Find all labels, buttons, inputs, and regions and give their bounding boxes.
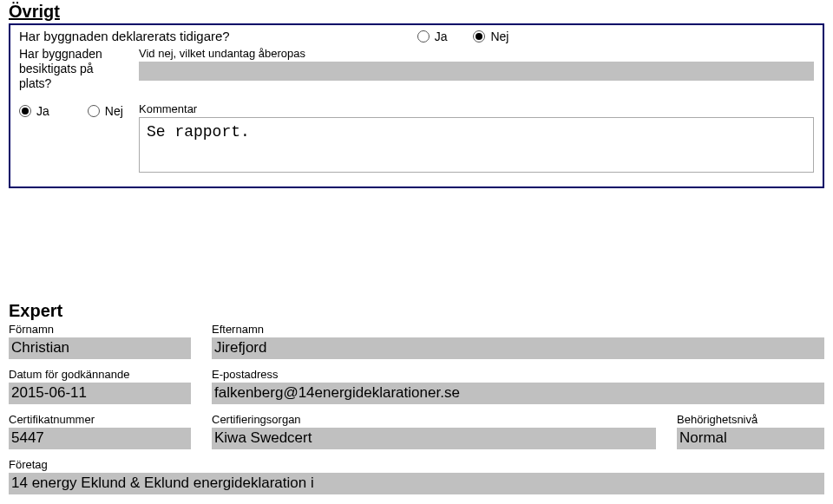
inspected-ja-option[interactable]: Ja <box>19 104 49 118</box>
exception-label: Vid nej, vilket undantag åberopas <box>139 47 814 60</box>
datum-label: Datum för godkännande <box>9 368 191 381</box>
foretag-value: 14 energy Eklund & Eklund energideklarat… <box>9 473 824 496</box>
datum-value: 2015-06-11 <box>9 383 191 404</box>
comment-row: Ja Nej Kommentar Se rapport. <box>19 102 814 173</box>
organ-label: Certifieringsorgan <box>212 413 656 426</box>
radio-icon <box>19 105 31 117</box>
radio-icon <box>417 30 430 43</box>
radio-icon <box>88 105 100 117</box>
fornamn-label: Förnamn <box>9 323 191 336</box>
section-title-expert: Expert <box>9 301 824 321</box>
epost-label: E-postadress <box>212 368 824 381</box>
inspected-row: Har byggnaden besiktigats på plats? Vid … <box>19 47 814 90</box>
efternamn-value: Jirefjord <box>212 337 824 359</box>
expert-row-name: Förnamn Christian Efternamn Jirefjord <box>9 323 824 359</box>
inspected-nej-option[interactable]: Nej <box>88 104 123 118</box>
comment-field[interactable]: Se rapport. <box>139 117 814 173</box>
foretag-label: Företag <box>9 458 824 471</box>
declared-ja-option[interactable]: Ja <box>417 29 448 43</box>
declared-row: Har byggnaden deklarerats tidigare? Ja N… <box>19 29 814 43</box>
comment-column: Kommentar Se rapport. <box>139 102 814 173</box>
radio-icon <box>473 30 485 43</box>
declared-nej-option[interactable]: Nej <box>473 29 508 43</box>
declared-ja-label: Ja <box>435 29 448 43</box>
epost-value: falkenberg@14energideklarationer.se <box>212 383 824 404</box>
inspected-radios: Ja Nej <box>19 102 123 118</box>
exception-field[interactable] <box>139 62 814 81</box>
ovrigt-panel: Har byggnaden deklarerats tidigare? Ja N… <box>9 23 824 188</box>
inspected-question: Har byggnaden besiktigats på plats? <box>19 47 123 90</box>
exception-column: Vid nej, vilket undantag åberopas <box>139 47 814 90</box>
fornamn-value: Christian <box>9 337 191 359</box>
declared-nej-label: Nej <box>490 29 508 43</box>
expert-row-foretag: Företag 14 energy Eklund & Eklund energi… <box>9 458 824 496</box>
expert-row-cert: Certifikatnummer 5447 Certifieringsorgan… <box>9 413 824 449</box>
comment-label: Kommentar <box>139 102 814 115</box>
section-title-ovrigt: Övrigt <box>9 2 824 22</box>
niva-value: Normal <box>677 428 824 449</box>
cert-value: 5447 <box>9 428 191 449</box>
efternamn-label: Efternamn <box>212 323 824 336</box>
inspected-nej-label: Nej <box>105 104 123 118</box>
cert-label: Certifikatnummer <box>9 413 191 426</box>
organ-value: Kiwa Swedcert <box>212 428 656 449</box>
expert-row-datum: Datum för godkännande 2015-06-11 E-posta… <box>9 368 824 404</box>
niva-label: Behörighetsnivå <box>677 413 824 426</box>
declared-question: Har byggnaden deklarerats tidigare? <box>19 29 230 43</box>
inspected-ja-label: Ja <box>36 104 49 118</box>
